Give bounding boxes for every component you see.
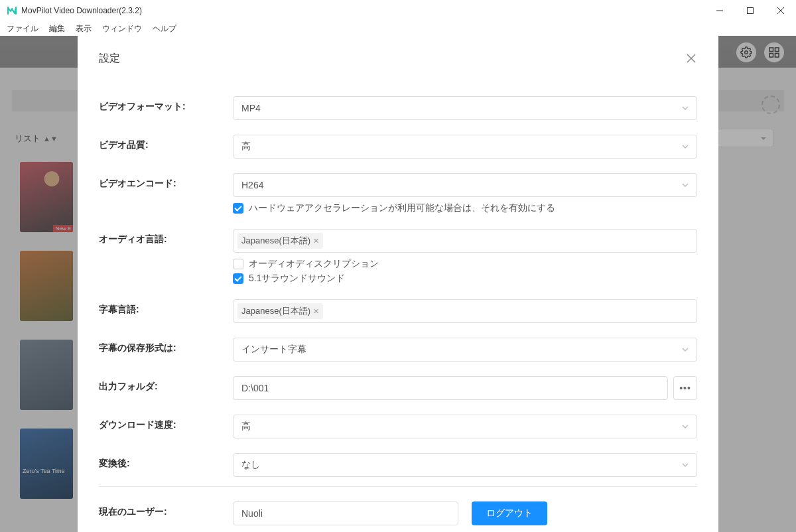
menu-view[interactable]: 表示	[76, 23, 92, 34]
svg-rect-8	[775, 54, 779, 58]
window-title: MovPilot Video Downloader(2.3.2)	[21, 6, 142, 15]
menubar: ファイル 編集 表示 ウィンドウ ヘルプ	[0, 21, 796, 36]
titlebar: MovPilot Video Downloader(2.3.2)	[0, 0, 796, 21]
select-video-encode[interactable]: H264	[233, 173, 697, 197]
select-video-quality[interactable]: 高	[233, 135, 697, 159]
maximize-button[interactable]	[735, 0, 765, 21]
label-surround: 5.1サラウンドサウンド	[249, 273, 345, 285]
window-controls	[704, 0, 796, 21]
svg-rect-6	[775, 48, 779, 52]
input-output-folder[interactable]: D:\001	[233, 376, 668, 400]
label-hw-accel: ハードウェアアクセラレーションが利用可能な場合は、それを有効にする	[249, 202, 555, 214]
label-video-quality: ビデオ品質:	[99, 135, 233, 151]
menu-window[interactable]: ウィンドウ	[102, 23, 142, 34]
titlebar-left: MovPilot Video Downloader(2.3.2)	[7, 5, 142, 16]
checkbox-surround[interactable]	[233, 273, 243, 284]
select-subtitle-save[interactable]: インサート字幕	[233, 338, 697, 362]
label-video-format: ビデオフォーマット:	[99, 96, 233, 113]
label-output-folder: 出力フォルダ:	[99, 376, 233, 393]
chevron-down-icon	[682, 348, 689, 352]
svg-rect-5	[769, 48, 773, 52]
settings-icon[interactable]	[736, 42, 756, 62]
svg-rect-7	[769, 54, 773, 58]
browse-folder-button[interactable]: •••	[673, 376, 697, 400]
menu-file[interactable]: ファイル	[7, 23, 38, 34]
menu-help[interactable]: ヘルプ	[153, 23, 176, 34]
thumbnail-item[interactable]	[20, 251, 73, 321]
chevron-down-icon	[682, 183, 689, 187]
divider	[99, 486, 697, 487]
input-subtitle-lang[interactable]: Japanese(日本語) ✕	[233, 299, 697, 323]
thumbnail-item[interactable]	[20, 340, 73, 410]
svg-rect-1	[748, 7, 754, 13]
label-current-user: 現在のユーザー:	[99, 501, 233, 518]
chevron-down-icon	[682, 145, 689, 149]
thumbnail-item[interactable]: Zero's Tea Time	[20, 429, 73, 499]
checkbox-audio-description[interactable]	[233, 259, 243, 269]
label-video-encode: ビデオエンコード:	[99, 173, 233, 190]
grid-icon[interactable]	[764, 42, 784, 62]
bg-dropdown[interactable]	[694, 129, 773, 147]
checkbox-hw-accel[interactable]	[233, 203, 243, 214]
label-subtitle-save: 字幕の保存形式は:	[99, 338, 233, 354]
input-audio-lang[interactable]: Japanese(日本語) ✕	[233, 229, 697, 253]
chevron-down-icon	[682, 425, 689, 429]
tag-subtitle-japanese: Japanese(日本語) ✕	[237, 303, 323, 319]
tag-remove-icon[interactable]: ✕	[313, 237, 319, 245]
select-after-convert[interactable]: なし	[233, 453, 697, 477]
settings-form: ビデオフォーマット: MP4 ビデオ品質: 高	[99, 96, 697, 525]
select-video-format[interactable]: MP4	[233, 96, 697, 120]
close-button[interactable]	[765, 0, 796, 21]
tag-audio-japanese: Japanese(日本語) ✕	[237, 233, 323, 249]
label-after-convert: 変換後:	[99, 453, 233, 470]
logout-button[interactable]: ログアウト	[472, 501, 547, 525]
bg-toolbar	[736, 42, 784, 62]
chevron-down-icon	[682, 106, 689, 110]
close-icon[interactable]	[687, 54, 697, 64]
app-logo-icon	[7, 5, 17, 16]
bg-thumbs: Zero's Tea Time	[20, 162, 73, 499]
bg-list-label: リスト▲▼	[15, 133, 58, 145]
thumbnail-item[interactable]	[20, 162, 73, 232]
label-audio-lang: オーディオ言語:	[99, 229, 233, 245]
label-audio-description: オーディオディスクリプション	[249, 258, 379, 270]
dialog-header: 設定	[99, 52, 697, 66]
label-subtitle-lang: 字幕言語:	[99, 299, 233, 316]
tag-remove-icon[interactable]: ✕	[313, 307, 319, 316]
select-download-speed[interactable]: 高	[233, 415, 697, 438]
sort-icon[interactable]: ▲▼	[43, 135, 58, 143]
download-queue-icon[interactable]	[762, 96, 780, 114]
settings-dialog: 設定 ビデオフォーマット: MP4 ビデオ品質: 高	[78, 36, 718, 532]
svg-point-4	[745, 51, 748, 54]
input-current-user[interactable]: Nuoli	[233, 501, 458, 525]
menu-edit[interactable]: 編集	[49, 23, 65, 34]
minimize-button[interactable]	[704, 0, 735, 21]
app-body: リスト▲▼ Zero's Tea Time 設定 ビデオフォーマット: MP4	[0, 36, 796, 532]
chevron-down-icon	[682, 463, 689, 467]
dialog-title: 設定	[99, 52, 120, 66]
label-download-speed: ダウンロード速度:	[99, 415, 233, 431]
